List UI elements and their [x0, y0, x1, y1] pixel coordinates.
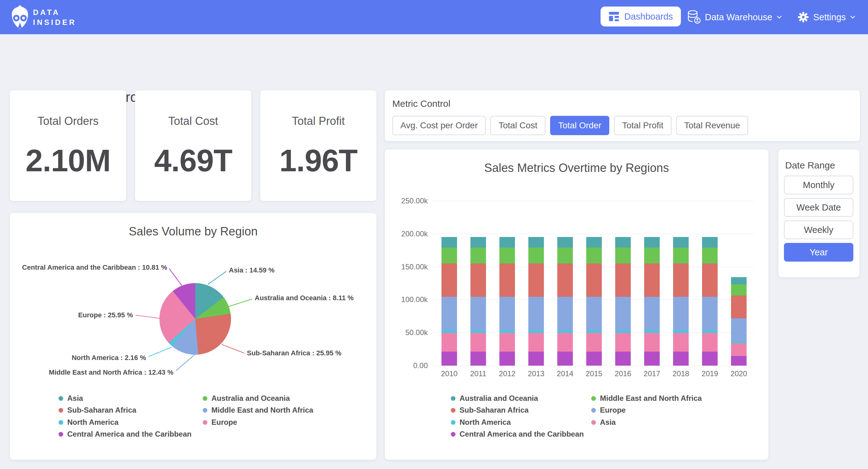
bar-segment-australia-and-oceania[interactable] — [528, 237, 544, 247]
bar-segment-central-america-and-the-caribbean[interactable] — [557, 352, 573, 365]
bar-segment-north-america[interactable] — [673, 330, 689, 333]
bar-segment-sub-saharan-africa[interactable] — [528, 263, 544, 297]
bar-segment-europe[interactable] — [586, 297, 602, 330]
date-range-option-weekly[interactable]: Weekly — [784, 221, 854, 239]
bar-segment-middle-east-and-north-africa[interactable] — [441, 247, 457, 263]
bar-segment-central-america-and-the-caribbean[interactable] — [644, 352, 660, 365]
bar-2012[interactable] — [499, 201, 515, 365]
bar-segment-sub-saharan-africa[interactable] — [499, 263, 515, 297]
bar-segment-north-america[interactable] — [470, 330, 486, 333]
bar-segment-australia-and-oceania[interactable] — [702, 237, 718, 247]
metric-option-total-profit[interactable]: Total Profit — [614, 116, 671, 135]
bar-segment-europe[interactable] — [528, 297, 544, 330]
bar-segment-europe[interactable] — [673, 297, 689, 330]
bar-segment-central-america-and-the-caribbean[interactable] — [586, 352, 602, 365]
bar-2010[interactable] — [441, 201, 457, 365]
pie-legend-item[interactable]: Asia — [59, 394, 83, 403]
pie-legend-item[interactable]: Australia and Oceania — [203, 394, 290, 403]
bar-segment-asia[interactable] — [586, 333, 602, 352]
bar-segment-middle-east-and-north-africa[interactable] — [470, 247, 486, 263]
nav-dashboards-button[interactable]: Dashboards — [600, 6, 681, 27]
date-range-option-monthly[interactable]: Monthly — [784, 176, 854, 194]
bar-segment-north-america[interactable] — [586, 330, 602, 333]
bar-segment-central-america-and-the-caribbean[interactable] — [441, 352, 457, 365]
bar-segment-middle-east-and-north-africa[interactable] — [702, 247, 718, 263]
bar-segment-europe[interactable] — [644, 297, 660, 330]
bar-2015[interactable] — [586, 201, 602, 365]
bar-segment-asia[interactable] — [557, 333, 573, 352]
nav-settings-button[interactable]: Settings — [798, 0, 855, 34]
bar-2013[interactable] — [528, 201, 544, 365]
bar-segment-middle-east-and-north-africa[interactable] — [731, 284, 747, 295]
bar-segment-sub-saharan-africa[interactable] — [615, 263, 631, 297]
bar-segment-north-america[interactable] — [702, 330, 718, 333]
bar-2020[interactable] — [731, 201, 747, 365]
bar-segment-north-america[interactable] — [615, 330, 631, 333]
metric-option-avg-cost-per-order[interactable]: Avg. Cost per Order — [392, 116, 486, 135]
bar-segment-europe[interactable] — [615, 297, 631, 330]
bar-segment-europe[interactable] — [470, 297, 486, 330]
bar-2016[interactable] — [615, 201, 631, 365]
bar-segment-sub-saharan-africa[interactable] — [441, 263, 457, 297]
bar-segment-central-america-and-the-caribbean[interactable] — [528, 352, 544, 365]
bar-segment-asia[interactable] — [673, 333, 689, 352]
bar-legend-item[interactable]: North America — [451, 418, 510, 427]
pie-legend-item[interactable]: Europe — [203, 418, 237, 427]
bar-segment-sub-saharan-africa[interactable] — [673, 263, 689, 297]
bar-segment-sub-saharan-africa[interactable] — [470, 263, 486, 297]
bar-segment-north-america[interactable] — [557, 330, 573, 333]
bar-segment-north-america[interactable] — [499, 330, 515, 333]
bar-segment-sub-saharan-africa[interactable] — [557, 263, 573, 297]
bar-segment-north-america[interactable] — [644, 330, 660, 333]
bar-segment-central-america-and-the-caribbean[interactable] — [702, 352, 718, 365]
metric-option-total-cost[interactable]: Total Cost — [490, 116, 546, 135]
bar-segment-central-america-and-the-caribbean[interactable] — [499, 352, 515, 365]
bar-segment-sub-saharan-africa[interactable] — [731, 296, 747, 319]
bar-segment-australia-and-oceania[interactable] — [673, 237, 689, 247]
date-range-option-week-date[interactable]: Week Date — [784, 198, 854, 217]
bar-segment-central-america-and-the-caribbean[interactable] — [673, 352, 689, 365]
bar-segment-middle-east-and-north-africa[interactable] — [499, 247, 515, 263]
pie-legend-item[interactable]: Middle East and North Africa — [203, 406, 313, 414]
bar-segment-middle-east-and-north-africa[interactable] — [557, 247, 573, 263]
bar-legend-item[interactable]: Australia and Oceania — [451, 394, 538, 403]
bar-segment-sub-saharan-africa[interactable] — [702, 263, 718, 297]
bar-segment-asia[interactable] — [615, 333, 631, 352]
bar-segment-central-america-and-the-caribbean[interactable] — [731, 356, 747, 365]
bar-segment-north-america[interactable] — [441, 330, 457, 333]
bar-segment-asia[interactable] — [470, 333, 486, 352]
bar-segment-australia-and-oceania[interactable] — [470, 237, 486, 247]
bar-segment-asia[interactable] — [528, 333, 544, 352]
pie-legend-item[interactable]: North America — [59, 418, 118, 427]
bar-legend-item[interactable]: Europe — [591, 406, 626, 414]
bar-segment-sub-saharan-africa[interactable] — [644, 263, 660, 297]
bar-segment-australia-and-oceania[interactable] — [644, 237, 660, 247]
bar-segment-europe[interactable] — [441, 297, 457, 330]
bar-segment-europe[interactable] — [702, 297, 718, 330]
bar-2019[interactable] — [702, 201, 718, 365]
metric-option-total-revenue[interactable]: Total Revenue — [676, 116, 748, 135]
bar-legend-item[interactable]: Sub-Saharan Africa — [451, 406, 529, 414]
pie-chart[interactable] — [159, 283, 231, 355]
pie-legend-item[interactable]: Central America and the Caribbean — [59, 430, 191, 438]
bar-2018[interactable] — [673, 201, 689, 365]
bar-segment-europe[interactable] — [499, 297, 515, 330]
bar-segment-central-america-and-the-caribbean[interactable] — [470, 352, 486, 365]
bar-segment-asia[interactable] — [702, 333, 718, 352]
bar-segment-middle-east-and-north-africa[interactable] — [615, 247, 631, 263]
bar-segment-australia-and-oceania[interactable] — [615, 237, 631, 247]
bar-segment-asia[interactable] — [731, 343, 747, 356]
bar-segment-middle-east-and-north-africa[interactable] — [673, 247, 689, 263]
bar-segment-europe[interactable] — [731, 318, 747, 341]
bar-segment-australia-and-oceania[interactable] — [731, 277, 747, 284]
metric-option-total-order[interactable]: Total Order — [550, 116, 610, 135]
bar-legend-item[interactable]: Asia — [591, 418, 616, 427]
bar-segment-middle-east-and-north-africa[interactable] — [644, 247, 660, 263]
pie-legend-item[interactable]: Sub-Saharan Africa — [59, 406, 136, 414]
date-range-option-year[interactable]: Year — [784, 243, 854, 262]
bar-segment-asia[interactable] — [499, 333, 515, 352]
bar-segment-asia[interactable] — [441, 333, 457, 352]
bar-segment-central-america-and-the-caribbean[interactable] — [615, 352, 631, 365]
bar-segment-middle-east-and-north-africa[interactable] — [528, 247, 544, 263]
bar-2017[interactable] — [644, 201, 660, 365]
